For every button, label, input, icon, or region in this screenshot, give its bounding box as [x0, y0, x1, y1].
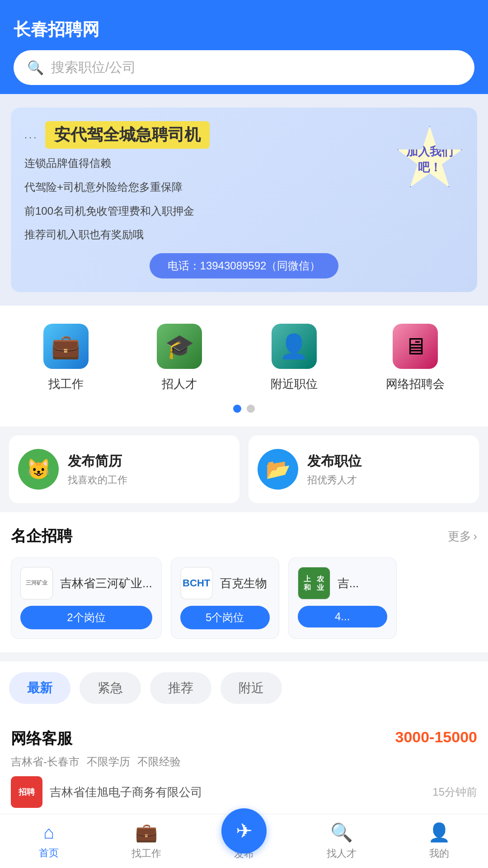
bottom-nav: ⌂ 首页 💼 找工作 ✈ 发布 🔍 找人才 👤 我的	[0, 814, 488, 868]
quick-label-find-job: 找工作	[48, 376, 84, 392]
filter-tab-urgent[interactable]: 紧急	[80, 672, 141, 704]
company-full-name: 吉林省佳旭电子商务有限公司	[50, 784, 202, 800]
company-positions-shanghe[interactable]: 4...	[298, 606, 387, 627]
job-title: 网络客服	[11, 728, 72, 749]
banner-section: ... 安代驾全城急聘司机 连锁品牌值得信赖 代驾险+司机意外险给您多重保障 前…	[0, 94, 488, 306]
quick-icon-fair: 🖥	[393, 324, 438, 369]
post-job-subtitle: 招优秀人才	[307, 473, 361, 487]
company-name-bcht: 百克生物	[220, 576, 267, 591]
quick-label-recruit: 招人才	[162, 376, 197, 392]
company-logo-sanhe: 三河 矿业	[20, 567, 53, 599]
job-tags: 吉林省-长春市 不限学历 不限经验	[11, 755, 477, 769]
company-logo-shanghe: 上和 农业	[298, 567, 330, 599]
filter-tab-recommended[interactable]: 推荐	[150, 672, 211, 704]
action-card-post-job[interactable]: 📂 发布职位 招优秀人才	[249, 435, 479, 503]
company-card-sanhe[interactable]: 三河 矿业 吉林省三河矿业... 2个岗位	[11, 557, 162, 639]
quick-item-find-job[interactable]: 💼 找工作	[43, 324, 89, 392]
banner-line-1: 连锁品牌值得信赖	[24, 154, 464, 173]
post-resume-icon: 😺	[18, 449, 59, 490]
filter-tabs-section: 最新 紧急 推荐 附近	[0, 661, 488, 715]
job-company-row: 招聘 吉林省佳旭电子商务有限公司 15分钟前	[11, 776, 477, 808]
company-card-shanghe[interactable]: 上和 农业 吉... 4...	[288, 557, 397, 639]
mine-icon: 👤	[428, 822, 450, 843]
search-icon: 🔍	[27, 60, 44, 75]
banner-title: 安代驾全城急聘司机	[45, 121, 210, 149]
famous-companies-header: 名企招聘 更多 ›	[11, 526, 477, 547]
company-logo-bcht: BCHT	[180, 567, 213, 599]
job-header: 网络客服 3000-15000	[11, 728, 477, 749]
company-positions-bcht[interactable]: 5个岗位	[180, 606, 270, 629]
post-job-icon: 📂	[258, 449, 298, 490]
filter-tab-nearby[interactable]: 附近	[221, 672, 282, 704]
quick-label-nearby: 附近职位	[271, 376, 318, 392]
quick-label-fair: 网络招聘会	[386, 376, 445, 392]
post-job-title: 发布职位	[307, 452, 361, 471]
quick-item-nearby[interactable]: 👤 附近职位	[271, 324, 318, 392]
action-cards-section: 😺 发布简历 找喜欢的工作 📂 发布职位 招优秀人才	[0, 426, 488, 512]
search-bar[interactable]: 🔍 搜索职位/公司	[14, 50, 474, 85]
banner-title-row: ... 安代驾全城急聘司机	[24, 121, 464, 149]
dot-2	[247, 405, 255, 413]
header: 长春招聘网 🔍 搜索职位/公司	[0, 0, 488, 94]
company-top-sanhe: 三河 矿业 吉林省三河矿业...	[20, 567, 152, 599]
job-tag-edu: 不限学历	[87, 755, 130, 769]
company-top-shanghe: 上和 农业 吉...	[298, 567, 387, 599]
nav-item-publish[interactable]: ✈ 发布	[195, 822, 293, 861]
company-top-bcht: BCHT 百克生物	[180, 567, 270, 599]
carousel-dots	[9, 405, 479, 417]
nav-label-home: 首页	[39, 846, 59, 860]
job-tag-location: 吉林省-长春市	[11, 755, 80, 769]
famous-companies-title: 名企招聘	[11, 526, 72, 547]
banner-dots: ...	[24, 129, 38, 141]
banner-line-4: 推荐司机入职也有奖励哦	[24, 226, 464, 244]
post-resume-subtitle: 找喜欢的工作	[68, 473, 127, 487]
nav-item-find-talent[interactable]: 🔍 找人才	[293, 814, 390, 868]
post-job-text: 发布职位 招优秀人才	[307, 452, 361, 487]
quick-icon-nearby: 👤	[272, 324, 317, 369]
quick-icon-recruit: 🎓	[157, 324, 202, 369]
quick-icon-find-job: 💼	[43, 324, 89, 369]
app-title: 长春招聘网	[14, 18, 474, 41]
banner-card[interactable]: ... 安代驾全城急聘司机 连锁品牌值得信赖 代驾险+司机意外险给您多重保障 前…	[11, 108, 477, 292]
quick-menu-section: 💼 找工作 🎓 招人才 👤 附近职位 🖥 网络招聘会	[0, 306, 488, 426]
nav-label-find-work: 找工作	[131, 847, 161, 860]
nav-label-mine: 我的	[429, 847, 449, 860]
dot-1	[233, 405, 241, 413]
quick-menu-grid: 💼 找工作 🎓 招人才 👤 附近职位 🖥 网络招聘会	[9, 324, 479, 392]
quick-item-recruit[interactable]: 🎓 招人才	[157, 324, 202, 392]
banner-line-2: 代驾险+司机意外险给您多重保障	[24, 178, 464, 197]
job-salary: 3000-15000	[395, 728, 477, 746]
nav-item-home[interactable]: ⌂ 首页	[0, 814, 98, 868]
banner-phone[interactable]: 电话：13943089592（同微信）	[150, 253, 339, 278]
company-card-bcht[interactable]: BCHT 百克生物 5个岗位	[171, 557, 279, 639]
job-card-1[interactable]: 网络客服 3000-15000 吉林省-长春市 不限学历 不限经验 招聘 吉林省…	[0, 715, 488, 821]
company-name-sanhe: 吉林省三河矿业...	[60, 576, 152, 591]
company-positions-sanhe[interactable]: 2个岗位	[20, 606, 152, 629]
job-time: 15分钟前	[432, 785, 477, 799]
nav-item-mine[interactable]: 👤 我的	[390, 814, 488, 868]
nav-item-find-work[interactable]: 💼 找工作	[98, 814, 195, 868]
company-thumb: 招聘	[11, 776, 42, 808]
job-company-info: 招聘 吉林省佳旭电子商务有限公司	[11, 776, 202, 808]
company-name-shanghe: 吉...	[338, 576, 359, 591]
nav-label-find-talent: 找人才	[327, 847, 357, 860]
find-talent-icon: 🔍	[330, 822, 353, 843]
search-input-placeholder: 搜索职位/公司	[51, 58, 136, 77]
action-card-post-resume[interactable]: 😺 发布简历 找喜欢的工作	[9, 435, 239, 503]
quick-item-fair[interactable]: 🖥 网络招聘会	[386, 324, 445, 392]
job-tag-exp: 不限经验	[137, 755, 181, 769]
publish-circle-icon: ✈	[221, 808, 267, 854]
banner-line-3: 前100名司机免收管理费和入职押金	[24, 202, 464, 221]
post-resume-title: 发布简历	[68, 452, 127, 471]
famous-companies-more[interactable]: 更多 ›	[448, 528, 477, 544]
filter-tab-newest[interactable]: 最新	[9, 672, 70, 704]
famous-companies-section: 名企招聘 更多 › 三河 矿业 吉林省三河矿业... 2个岗位 BCHT 百克生…	[0, 512, 488, 652]
home-icon: ⌂	[43, 822, 54, 843]
company-list: 三河 矿业 吉林省三河矿业... 2个岗位 BCHT 百克生物 5个岗位 上和 …	[11, 557, 477, 639]
post-resume-text: 发布简历 找喜欢的工作	[68, 452, 127, 487]
find-work-icon: 💼	[135, 822, 158, 843]
